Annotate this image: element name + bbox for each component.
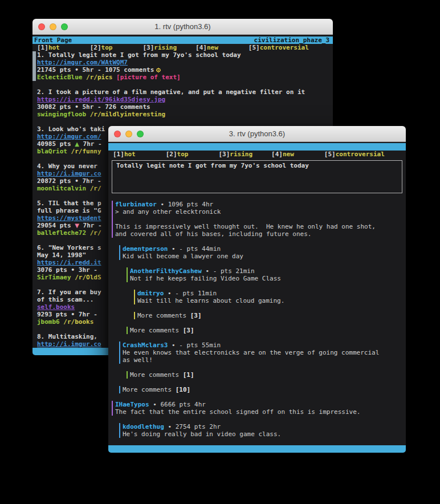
bullet-separator: •: [75, 177, 79, 185]
submission-link[interactable]: http://i.imgur.co: [37, 170, 101, 177]
submission-detail-box[interactable]: Totally legit note I got from my 7yo's s…: [112, 160, 402, 193]
titlebar[interactable]: 1. rtv (python3.6): [32, 19, 333, 35]
comment-author[interactable]: flurbinator: [115, 201, 157, 208]
tab-rising[interactable]: [3]rising: [142, 44, 195, 51]
downvote-arrow-icon: ▼: [75, 222, 79, 229]
comment-author[interactable]: CrashMclars3: [123, 342, 168, 349]
zoom-button[interactable]: [137, 131, 144, 137]
comment-meta: • - pts 11min: [164, 290, 217, 297]
minimize-button[interactable]: [50, 23, 56, 30]
comment-body-line: > and any other elecktronick: [115, 208, 406, 216]
subreddit-link[interactable]: /r/: [86, 185, 101, 192]
score-text: 29054 pts: [37, 222, 75, 229]
score-text: 5hr - 726 comments: [79, 103, 150, 111]
comment-header-row: AnotherFilthyCashew • - pts 21min: [130, 267, 406, 275]
comment-body-line: Wait till he learns about cloud gaming.: [137, 297, 406, 304]
minimize-button[interactable]: [125, 131, 132, 137]
score-text: 21745 pts: [37, 66, 75, 74]
comment-author[interactable]: AnotherFilthyCashew: [130, 267, 202, 275]
tab-key: [5]: [324, 151, 336, 158]
submission-author[interactable]: moonlitcalvin: [37, 185, 86, 192]
submission-author[interactable]: swingingfloob: [37, 111, 86, 118]
subreddit-link[interactable]: /r/books: [60, 318, 94, 326]
comment[interactable]: dementperson • - pts 44minKid will becom…: [119, 245, 406, 260]
tab-hot[interactable]: [1]hot: [37, 44, 90, 51]
submission-link[interactable]: https://mystudent: [37, 214, 101, 222]
tab-controversial[interactable]: [5]controversial: [324, 151, 385, 158]
more-comments-row: More comments [1]: [130, 371, 406, 379]
submission-byline-row: swingingfloob /r/mildlyinteresting: [37, 111, 333, 118]
tab-top[interactable]: [2]top: [166, 151, 219, 158]
comment-body-line: as well!: [123, 356, 406, 364]
submission-2[interactable]: 2. I took a picture of a film negative, …: [37, 88, 333, 118]
score-text: 30082 pts: [37, 103, 75, 111]
tab-new[interactable]: [4]new: [195, 44, 248, 51]
submission-link[interactable]: https://i.redd.it/96ikd35djesy.jpg: [37, 96, 165, 103]
comment-header-row: dementperson • - pts 44min: [123, 245, 406, 253]
more-comments[interactable]: More comments [3]: [134, 312, 406, 319]
comment-author[interactable]: dementperson: [123, 245, 168, 253]
window-comments[interactable]: 3. rtv (python3.6) https://www.reddit.co…: [108, 126, 406, 453]
more-comments[interactable]: More comments [1]: [127, 371, 406, 379]
comment-author[interactable]: IHaeTypos: [115, 401, 149, 408]
close-button[interactable]: [114, 131, 121, 137]
sort-tabs: [1]hot[2]top[3]rising[4]new[5]controvers…: [32, 44, 333, 51]
more-comments-count: [3]: [183, 327, 194, 334]
submission-1[interactable]: 1. Totally legit note I got from my 7yo'…: [37, 51, 333, 81]
subreddit-link[interactable]: /r/pics: [82, 74, 112, 81]
tab-controversial[interactable]: [5]controversial: [248, 44, 309, 51]
comment[interactable]: kdoodlethug • 2754 pts 2hrHe's doing rea…: [119, 423, 406, 438]
comment[interactable]: dmitryo • - pts 11minWait till he learns…: [134, 290, 406, 304]
comment-header-row: flurbinator • 1096 pts 4hr: [115, 201, 406, 208]
score-text: 7hr -: [79, 140, 102, 148]
submission-author[interactable]: SirTimaey: [37, 274, 71, 281]
comment-author[interactable]: dmitryo: [137, 290, 164, 297]
submission-link[interactable]: http://imgur.com/: [37, 133, 101, 140]
more-comments-count: [10]: [176, 386, 191, 393]
tab-rising[interactable]: [3]rising: [218, 151, 271, 158]
tab-label: controversial: [260, 44, 309, 51]
subreddit-link[interactable]: /r/funny: [67, 148, 101, 155]
submission-author[interactable]: blaQriot: [37, 148, 67, 155]
submission-link[interactable]: http://i.imgur.co: [37, 340, 101, 348]
close-button[interactable]: [38, 23, 45, 30]
comment[interactable]: AnotherFilthyCashew • - pts 21minNot if …: [127, 267, 406, 282]
comment-list: flurbinator • 1096 pts 4hr> and any othe…: [108, 201, 406, 438]
subreddit-link[interactable]: /r/OldS: [71, 274, 101, 281]
comment-meta: • - pts 21min: [202, 267, 255, 275]
submission-author[interactable]: EclecticBlue: [37, 74, 82, 81]
more-comments[interactable]: More comments [3]: [127, 327, 406, 334]
subreddit-link[interactable]: /r/: [86, 229, 101, 237]
submission-title: 1. Totally legit note I got from my 7yo'…: [37, 51, 333, 59]
post-title: Totally legit note I got from my 7yo's s…: [116, 162, 402, 169]
submission-author[interactable]: ballefleche72: [37, 229, 86, 237]
submission-link[interactable]: self.books: [37, 303, 75, 311]
comment-body-line: He even knows that electronicks are on t…: [123, 349, 406, 356]
comment-body-line: Not if he keeps failing Video Game Class: [130, 275, 406, 282]
tab-new[interactable]: [4]new: [271, 151, 324, 158]
comment-meta: • - pts 55min: [168, 342, 221, 349]
comment[interactable]: IHaeTypos • 6666 pts 4hrThe fact that th…: [112, 401, 406, 416]
page-title: Front Page: [34, 36, 72, 44]
more-comments[interactable]: More comments [10]: [119, 386, 406, 393]
tab-key: [4]: [195, 44, 207, 51]
comment-header-row: IHaeTypos • 6666 pts 4hr: [115, 401, 406, 408]
submission-link[interactable]: https://i.redd.it: [37, 259, 101, 266]
tab-top[interactable]: [2]top: [90, 44, 143, 51]
submission-author[interactable]: jbomb6: [37, 318, 60, 326]
comment[interactable]: flurbinator • 1096 pts 4hr> and any othe…: [112, 201, 406, 238]
zoom-button[interactable]: [61, 23, 68, 30]
submission-link[interactable]: http://imgur.com/WAtWQM7: [37, 59, 128, 66]
subreddit-link[interactable]: /r/mildlyinteresting: [86, 111, 165, 118]
score-text: 20872 pts: [37, 177, 75, 185]
more-comments-label: More comments: [130, 327, 183, 334]
comment-header-row: CrashMclars3 • - pts 55min: [123, 342, 406, 349]
tab-key: [2]: [166, 151, 177, 158]
titlebar[interactable]: 3. rtv (python3.6): [108, 126, 406, 142]
tab-hot[interactable]: [1]hot: [113, 151, 166, 158]
more-comments-label: More comments: [137, 312, 190, 319]
submission-score-row: 30082 pts • 5hr - 726 comments: [37, 103, 333, 111]
comment-body-line: The fact that the entire school signed o…: [115, 408, 406, 416]
comment-author[interactable]: kdoodlethug: [123, 423, 164, 430]
comment[interactable]: CrashMclars3 • - pts 55minHe even knows …: [119, 342, 406, 364]
